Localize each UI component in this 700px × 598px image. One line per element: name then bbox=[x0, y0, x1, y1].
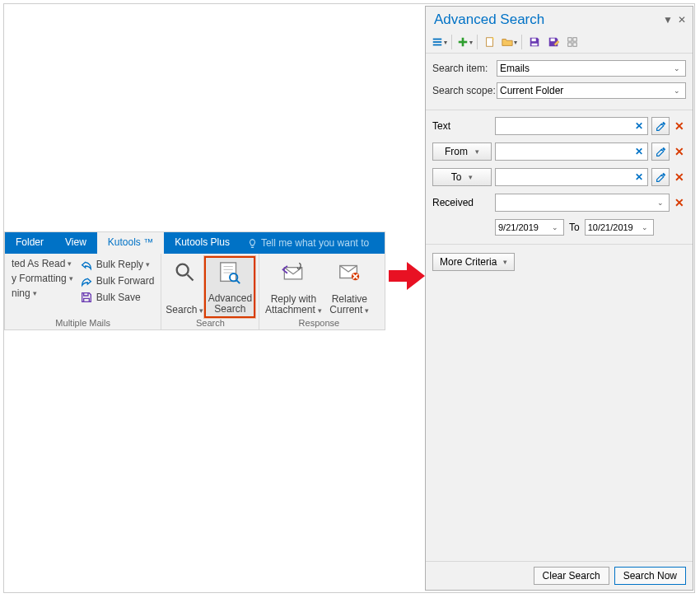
text-input-wrap: ✕ bbox=[495, 117, 648, 135]
save-as-button[interactable] bbox=[545, 34, 562, 50]
to-remove-icon[interactable]: ✕ bbox=[673, 171, 686, 184]
svg-rect-2 bbox=[221, 263, 236, 282]
ning-button[interactable]: ning▾ bbox=[8, 286, 77, 301]
date-from-input[interactable]: 9/21/2019⌄ bbox=[495, 219, 564, 236]
group-response: Reply with Attachment▾ Relative Current▾… bbox=[259, 254, 378, 329]
text-picker-button[interactable] bbox=[651, 117, 670, 135]
tab-kutools-plus[interactable]: Kutools Plus bbox=[164, 232, 240, 254]
search-scope-label: Search scope: bbox=[432, 85, 497, 96]
advanced-search-button[interactable]: Advanced Search bbox=[204, 256, 255, 318]
clear-search-button[interactable]: Clear Search bbox=[534, 567, 609, 585]
advanced-search-panel: Advanced Search ▼ ✕ Search item: Emails⌄ bbox=[425, 6, 693, 591]
criteria-section: Text ✕ ✕ From▾ ✕ ✕ To▾ ✕ ✕ Received ⌄ ✕ bbox=[426, 110, 693, 245]
to-dropdown[interactable]: To▾ bbox=[432, 168, 492, 186]
tab-kutools[interactable]: Kutools ™ bbox=[97, 232, 164, 254]
svg-point-0 bbox=[177, 264, 189, 276]
bulk-forward-icon bbox=[80, 274, 93, 287]
date-to-input[interactable]: 10/21/2019⌄ bbox=[585, 219, 654, 236]
group-title-multiple: Multiple Mails bbox=[8, 318, 157, 329]
svg-rect-18 bbox=[487, 38, 493, 47]
more-criteria-section: More Criteria▾ bbox=[426, 245, 693, 561]
group-multiple-mails: ted As Read▾ y Formatting▾ ning▾ Bulk Re… bbox=[5, 254, 161, 329]
text-remove-icon[interactable]: ✕ bbox=[673, 119, 686, 133]
search-icon bbox=[173, 260, 196, 283]
list-menu-button[interactable] bbox=[431, 34, 447, 50]
new-doc-icon bbox=[484, 36, 496, 48]
from-picker-button[interactable] bbox=[651, 142, 670, 161]
tab-folder[interactable]: Folder bbox=[5, 232, 54, 254]
text-clear-icon[interactable]: ✕ bbox=[633, 120, 645, 132]
svg-rect-23 bbox=[573, 38, 576, 41]
svg-line-1 bbox=[188, 275, 194, 281]
bulk-reply-icon bbox=[80, 258, 93, 271]
date-to-label: To bbox=[569, 222, 580, 233]
text-input[interactable] bbox=[498, 120, 633, 132]
bulk-forward-button[interactable]: Bulk Forward bbox=[77, 273, 158, 289]
eyedropper-icon bbox=[656, 121, 666, 132]
to-clear-icon[interactable]: ✕ bbox=[633, 171, 645, 183]
eyedropper-icon bbox=[656, 147, 666, 157]
svg-rect-21 bbox=[551, 39, 555, 42]
panel-title: Advanced Search bbox=[434, 12, 544, 28]
received-remove-icon[interactable]: ✕ bbox=[673, 196, 686, 209]
received-select[interactable]: ⌄ bbox=[495, 194, 670, 212]
text-criteria-label: Text bbox=[432, 120, 492, 132]
relative-current-button[interactable]: Relative Current▾ bbox=[324, 256, 375, 318]
search-item-select[interactable]: Emails⌄ bbox=[497, 60, 686, 77]
search-now-button[interactable]: Search Now bbox=[614, 567, 686, 585]
eyedropper-icon bbox=[656, 172, 666, 183]
save-as-icon bbox=[548, 36, 559, 48]
search-item-form: Search item: Emails⌄ Search scope: Curre… bbox=[426, 54, 693, 110]
plus-icon bbox=[457, 36, 469, 48]
add-button[interactable] bbox=[456, 34, 473, 50]
tell-me[interactable]: Tell me what you want to bbox=[240, 232, 376, 254]
close-icon[interactable]: ✕ bbox=[678, 14, 686, 26]
tell-me-text: Tell me what you want to bbox=[261, 237, 369, 249]
from-dropdown[interactable]: From▾ bbox=[432, 142, 492, 161]
from-clear-icon[interactable]: ✕ bbox=[633, 146, 645, 157]
grid-button[interactable] bbox=[564, 34, 581, 50]
search-scope-select[interactable]: Current Folder⌄ bbox=[497, 82, 686, 99]
reply-attachment-icon bbox=[280, 260, 306, 283]
relative-current-icon bbox=[337, 260, 362, 283]
to-input[interactable] bbox=[498, 171, 633, 183]
panel-header: Advanced Search ▼ ✕ bbox=[426, 7, 693, 31]
advanced-search-icon bbox=[217, 261, 242, 286]
from-remove-icon[interactable]: ✕ bbox=[673, 145, 686, 158]
ribbon-body: ted As Read▾ y Formatting▾ ning▾ Bulk Re… bbox=[5, 254, 385, 329]
dropdown-icon[interactable]: ▼ bbox=[663, 14, 673, 26]
bulk-reply-button[interactable]: Bulk Reply▾ bbox=[77, 256, 158, 273]
more-criteria-button[interactable]: More Criteria▾ bbox=[432, 253, 515, 271]
folder-open-icon bbox=[502, 36, 513, 48]
lightbulb-icon bbox=[247, 238, 258, 249]
new-doc-button[interactable] bbox=[482, 34, 498, 50]
mark-read-button[interactable]: ted As Read▾ bbox=[8, 256, 77, 271]
received-criteria-label: Received bbox=[432, 197, 492, 208]
open-folder-button[interactable] bbox=[501, 34, 517, 50]
panel-toolbar bbox=[426, 31, 693, 54]
from-input[interactable] bbox=[498, 146, 633, 157]
ribbon-tabs: Folder View Kutools ™ Kutools Plus Tell … bbox=[5, 232, 385, 254]
save-icon bbox=[529, 36, 540, 48]
svg-rect-24 bbox=[568, 43, 572, 46]
group-search: Search▾ Advanced Search Search bbox=[161, 254, 259, 329]
copy-formatting-button[interactable]: y Formatting▾ bbox=[8, 271, 77, 286]
group-title-response: Response bbox=[263, 318, 375, 329]
reply-attachment-button[interactable]: Reply with Attachment▾ bbox=[263, 256, 324, 318]
save-button[interactable] bbox=[526, 34, 543, 50]
bulk-save-icon bbox=[80, 291, 93, 304]
svg-line-7 bbox=[237, 280, 240, 283]
to-picker-button[interactable] bbox=[651, 168, 670, 186]
search-item-label: Search item: bbox=[432, 63, 497, 74]
bulk-save-button[interactable]: Bulk Save bbox=[77, 289, 158, 306]
svg-rect-22 bbox=[568, 38, 572, 41]
frame: Folder View Kutools ™ Kutools Plus Tell … bbox=[3, 3, 695, 593]
tab-view[interactable]: View bbox=[54, 232, 97, 254]
arrow-icon bbox=[389, 260, 425, 292]
svg-rect-20 bbox=[532, 44, 538, 46]
svg-rect-19 bbox=[532, 39, 536, 42]
search-button[interactable]: Search▾ bbox=[165, 256, 204, 318]
group-title-search: Search bbox=[165, 318, 255, 329]
svg-rect-25 bbox=[573, 43, 576, 46]
panel-footer: Clear Search Search Now bbox=[426, 561, 693, 590]
